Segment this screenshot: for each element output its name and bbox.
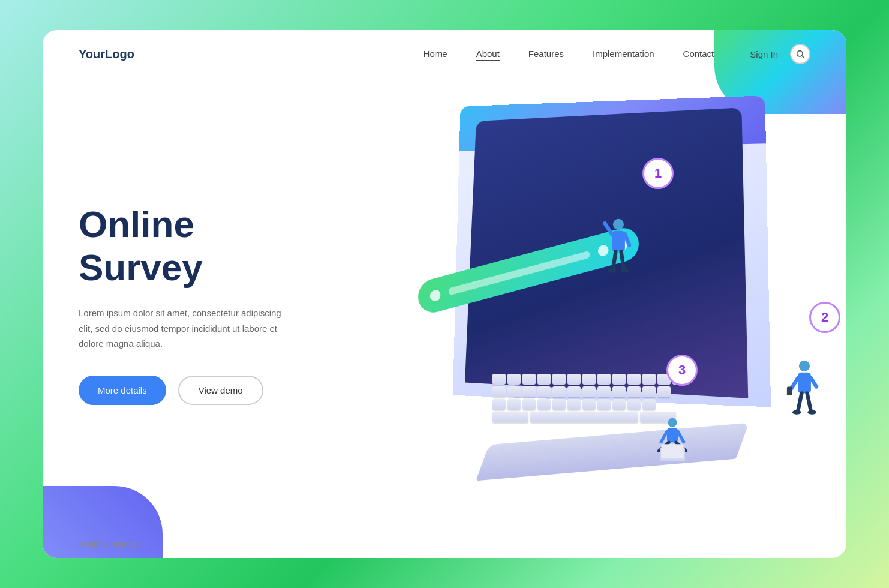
number-2-badge: 2 — [809, 302, 840, 333]
key — [567, 386, 581, 397]
svg-rect-13 — [787, 386, 792, 395]
key — [642, 386, 656, 397]
key — [537, 374, 551, 385]
key — [537, 399, 551, 410]
key — [612, 374, 626, 385]
nav-item-features[interactable]: Features — [528, 49, 564, 59]
key — [507, 374, 521, 385]
number-3-badge: 3 — [666, 355, 698, 386]
nav-item-implementation[interactable]: Implementation — [593, 49, 654, 59]
nav-links: Home About Features Implementation Conta… — [424, 49, 714, 59]
svg-point-19 — [668, 418, 677, 427]
key — [642, 374, 656, 385]
key — [507, 386, 521, 397]
key — [492, 399, 506, 410]
key — [567, 374, 581, 385]
key — [522, 386, 536, 397]
key — [627, 386, 641, 397]
number-1-badge: 1 — [642, 158, 674, 189]
nav-right: Sign In — [750, 44, 810, 64]
svg-point-10 — [799, 361, 810, 371]
key — [552, 386, 566, 397]
key — [522, 399, 536, 410]
left-panel: Online Survey Lorem ipsum dolor sit amet… — [43, 78, 331, 530]
key — [642, 399, 656, 410]
key — [492, 374, 506, 385]
svg-point-8 — [608, 269, 617, 273]
keyboard-row — [492, 386, 720, 397]
nav-link-about[interactable]: About — [476, 49, 500, 61]
key — [582, 374, 596, 385]
svg-point-17 — [792, 410, 801, 415]
person-3-svg — [654, 407, 690, 467]
nav-link-features[interactable]: Features — [528, 49, 564, 59]
key — [627, 399, 641, 410]
illustration-panel: ✓ ✕ — [331, 78, 846, 530]
key — [492, 412, 528, 422]
svg-line-15 — [798, 393, 801, 411]
key — [627, 374, 641, 385]
key — [537, 386, 551, 397]
nav-item-about[interactable]: About — [476, 49, 500, 59]
nav-item-contact[interactable]: Contact — [683, 49, 714, 59]
key — [507, 399, 521, 410]
slider-dot — [429, 289, 442, 302]
nav-item-home[interactable]: Home — [424, 49, 447, 59]
svg-point-18 — [807, 410, 816, 415]
key — [612, 399, 626, 410]
svg-line-21 — [661, 431, 667, 442]
key — [582, 399, 596, 410]
hero-description: Lorem ipsum dolor sit amet, consectetur … — [79, 305, 295, 352]
space-key — [530, 412, 638, 422]
svg-line-4 — [605, 223, 612, 234]
key — [597, 386, 611, 397]
footer-text: All rights reserved — [79, 539, 141, 548]
svg-line-7 — [621, 251, 624, 269]
person-2-svg — [786, 359, 822, 419]
cta-buttons: More details View demo — [79, 376, 295, 405]
nav-link-home[interactable]: Home — [424, 49, 447, 59]
laptop-illustration: ✓ ✕ — [439, 98, 846, 506]
key — [552, 374, 566, 385]
person-3-figure — [654, 407, 690, 470]
view-demo-button[interactable]: View demo — [178, 376, 263, 405]
footer: All rights reserved — [43, 530, 846, 558]
key — [582, 386, 596, 397]
key — [567, 399, 581, 410]
key — [522, 374, 536, 385]
svg-point-2 — [613, 219, 624, 230]
svg-point-0 — [797, 51, 803, 56]
key — [597, 374, 611, 385]
svg-point-9 — [621, 269, 630, 273]
svg-rect-20 — [667, 428, 678, 442]
main-content: Online Survey Lorem ipsum dolor sit amet… — [43, 78, 846, 530]
signin-link[interactable]: Sign In — [750, 49, 778, 59]
key — [657, 386, 671, 397]
key — [612, 386, 626, 397]
svg-line-1 — [802, 56, 804, 58]
svg-line-5 — [625, 234, 629, 245]
svg-rect-26 — [661, 444, 684, 458]
search-button[interactable] — [790, 44, 810, 64]
svg-line-22 — [678, 431, 684, 442]
svg-line-14 — [811, 378, 816, 387]
svg-line-16 — [807, 393, 811, 411]
key — [492, 386, 506, 397]
main-card: YourLogo Home About Features Implementat… — [43, 30, 846, 558]
svg-line-6 — [613, 251, 616, 269]
logo: YourLogo — [79, 47, 134, 61]
more-details-button[interactable]: More details — [79, 376, 166, 405]
person-1-svg — [600, 218, 636, 278]
person-1-figure — [600, 218, 636, 280]
nav-link-contact[interactable]: Contact — [683, 49, 714, 59]
navbar: YourLogo Home About Features Implementat… — [43, 30, 846, 78]
person-2-figure — [786, 359, 822, 422]
svg-rect-11 — [798, 373, 811, 394]
svg-rect-3 — [612, 231, 625, 252]
key — [552, 399, 566, 410]
key — [597, 399, 611, 410]
search-icon — [795, 49, 805, 59]
hero-title: Online Survey — [79, 203, 295, 289]
nav-link-implementation[interactable]: Implementation — [593, 49, 654, 59]
